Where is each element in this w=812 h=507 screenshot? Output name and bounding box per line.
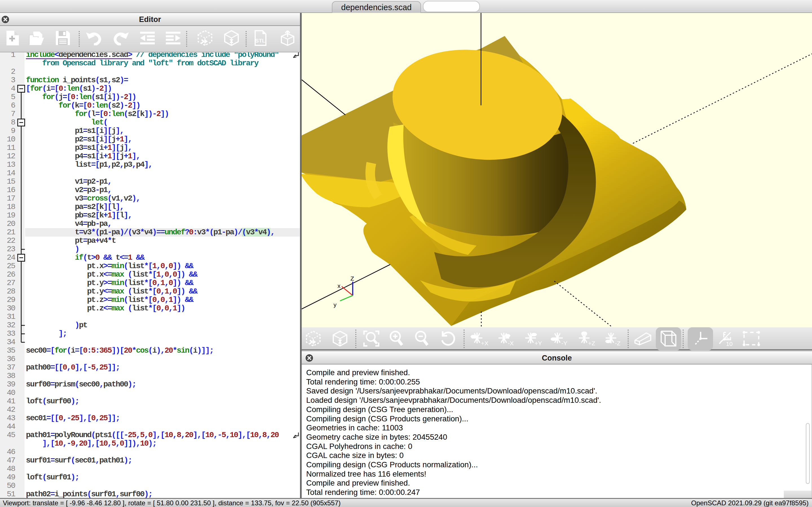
svg-text:y: y <box>334 301 337 308</box>
svg-text:-Z: -Z <box>615 340 620 346</box>
svg-text:STL: STL <box>255 38 265 44</box>
svg-text:+X: +X <box>481 340 488 346</box>
svg-text:+Z: +Z <box>588 340 595 346</box>
svg-text:x: x <box>338 283 341 289</box>
svg-text:-Y: -Y <box>561 340 567 346</box>
svg-text:Z: Z <box>350 275 354 282</box>
svg-text:-X: -X <box>508 340 514 346</box>
svg-text:+Y: +Y <box>535 340 542 346</box>
svg-text:10: 10 <box>726 341 732 347</box>
